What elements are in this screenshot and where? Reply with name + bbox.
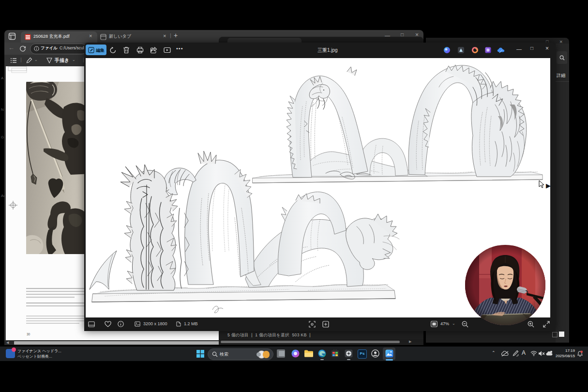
svg-text:30: 30 [27,332,30,336]
